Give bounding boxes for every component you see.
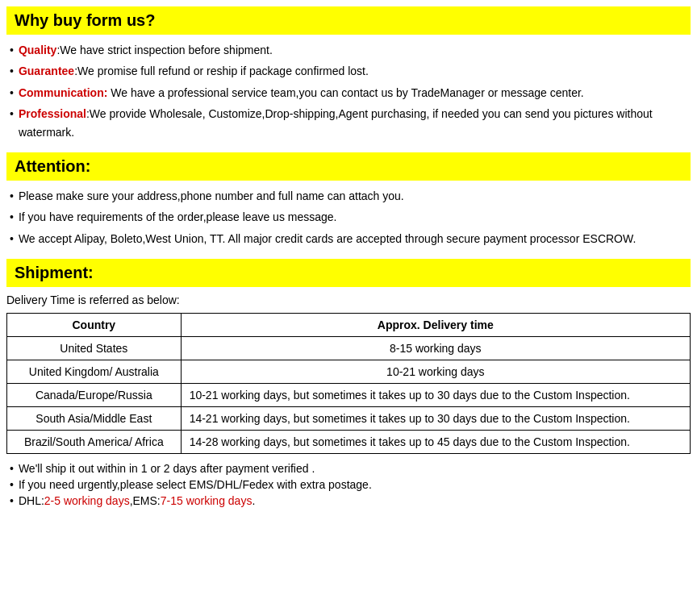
table-row: Brazil/South America/ Africa 14-28 worki… xyxy=(7,431,691,454)
country-cell: United States xyxy=(7,337,182,360)
table-row: United States 8-15 working days xyxy=(7,337,691,360)
guarantee-body: :We promise full refund or reship if pac… xyxy=(74,65,369,77)
communication-body: We have a professional service team,you … xyxy=(107,86,583,99)
list-item: • Quality:We have strict inspection befo… xyxy=(6,41,691,59)
bullet-icon: • xyxy=(10,84,14,102)
ship-line-2: If you need urgently,please select EMS/D… xyxy=(19,478,372,491)
attention-content: • Please make sure your address,phone nu… xyxy=(6,187,691,248)
dhl-label: DHL: xyxy=(19,494,44,507)
communication-label: Communication: xyxy=(19,86,107,99)
list-item: • We accept Alipay, Boleto,West Union, T… xyxy=(6,230,691,248)
list-item: • If you have requirements of the order,… xyxy=(6,208,691,226)
bullet-icon: • xyxy=(10,494,14,507)
list-item: • Professional:We provide Wholesale, Cus… xyxy=(6,105,691,141)
why-buy-section: Why buy form us? • Quality:We have stric… xyxy=(6,6,691,141)
delivery-table: Country Approx. Delivery time United Sta… xyxy=(6,313,691,454)
attention-line-1: Please make sure your address,phone numb… xyxy=(19,187,404,205)
bullet-icon: • xyxy=(10,230,14,248)
quality-text: Quality:We have strict inspection before… xyxy=(19,41,273,59)
professional-text: Professional:We provide Wholesale, Custo… xyxy=(19,105,691,141)
period: . xyxy=(252,494,255,507)
list-item: • We'll ship it out within in 1 or 2 day… xyxy=(6,462,691,475)
professional-label: Professional xyxy=(19,107,86,120)
list-item: • If you need urgently,please select EMS… xyxy=(6,478,691,491)
ship-line-3: DHL:2-5 working days,EMS:7-15 working da… xyxy=(19,494,255,507)
guarantee-label: Guarantee xyxy=(19,65,74,77)
table-body: United States 8-15 working days United K… xyxy=(7,337,691,454)
communication-text: Communication: We have a professional se… xyxy=(19,84,584,102)
bullet-icon: • xyxy=(10,208,14,226)
country-cell: Canada/Europe/Russia xyxy=(7,384,182,407)
bullet-icon: • xyxy=(10,462,14,475)
ems-days: 7-15 working days xyxy=(161,494,253,507)
shipment-heading: Shipment: xyxy=(6,259,691,287)
table-row: United Kingdom/ Australia 10-21 working … xyxy=(7,360,691,384)
guarantee-text: Guarantee:We promise full refund or resh… xyxy=(19,62,369,80)
table-row: Canada/Europe/Russia 10-21 working days,… xyxy=(7,384,691,407)
table-header-row: Country Approx. Delivery time xyxy=(7,314,691,337)
table-row: South Asia/Middle East 14-21 working day… xyxy=(7,407,691,431)
ship-line-1: We'll ship it out within in 1 or 2 days … xyxy=(19,462,315,475)
country-cell: Brazil/South America/ Africa xyxy=(7,431,182,454)
professional-body: :We provide Wholesale, Customize,Drop-sh… xyxy=(19,107,653,138)
time-cell: 14-21 working days, but sometimes it tak… xyxy=(181,407,690,431)
why-buy-content: • Quality:We have strict inspection befo… xyxy=(6,41,691,141)
bullet-icon: • xyxy=(10,478,14,491)
country-cell: South Asia/Middle East xyxy=(7,407,182,431)
list-item: • Communication: We have a professional … xyxy=(6,84,691,102)
time-cell: 14-28 working days, but sometimes it tak… xyxy=(181,431,690,454)
quality-label: Quality xyxy=(19,44,56,56)
list-item: • DHL:2-5 working days,EMS:7-15 working … xyxy=(6,494,691,507)
table-col-time: Approx. Delivery time xyxy=(181,314,690,337)
attention-line-3: We accept Alipay, Boleto,West Union, TT.… xyxy=(19,230,636,248)
attention-section: Attention: • Please make sure your addre… xyxy=(6,152,691,248)
time-cell: 10-21 working days, but sometimes it tak… xyxy=(181,384,690,407)
attention-line-2: If you have requirements of the order,pl… xyxy=(19,208,337,226)
time-cell: 10-21 working days xyxy=(181,360,690,384)
bullet-icon: • xyxy=(10,105,14,141)
bullet-icon: • xyxy=(10,187,14,205)
why-buy-heading: Why buy form us? xyxy=(6,6,691,35)
time-cell: 8-15 working days xyxy=(181,337,690,360)
list-item: • Please make sure your address,phone nu… xyxy=(6,187,691,205)
country-cell: United Kingdom/ Australia xyxy=(7,360,182,384)
delivery-note: Delivery Time is referred as below: xyxy=(6,293,691,306)
ems-separator: ,EMS: xyxy=(130,494,161,507)
attention-heading: Attention: xyxy=(6,152,691,181)
bottom-bullets: • We'll ship it out within in 1 or 2 day… xyxy=(6,462,691,507)
quality-body: :We have strict inspection before shipme… xyxy=(56,44,272,56)
dhl-days: 2-5 working days xyxy=(44,494,130,507)
list-item: • Guarantee:We promise full refund or re… xyxy=(6,62,691,80)
bullet-icon: • xyxy=(10,62,14,80)
shipment-section: Shipment: Delivery Time is referred as b… xyxy=(6,259,691,507)
bullet-icon: • xyxy=(10,41,14,59)
table-col-country: Country xyxy=(7,314,182,337)
